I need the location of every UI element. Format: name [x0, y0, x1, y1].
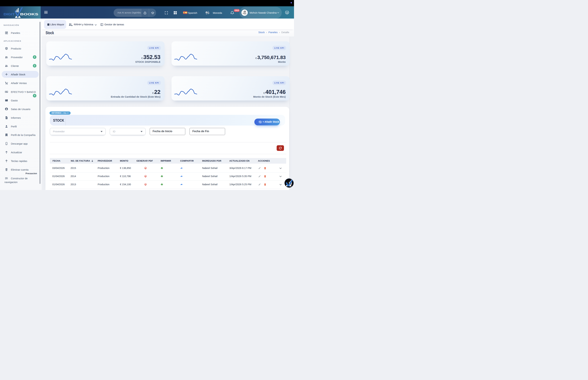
svg-text:$: $ [206, 12, 207, 13]
svg-text:Smart: Smart [243, 12, 246, 14]
svg-text:BOOKS: BOOKS [20, 13, 38, 16]
svg-text:$: $ [6, 99, 6, 100]
svg-text:DIGIT: DIGIT [3, 13, 15, 16]
svg-text:Fashion: Fashion [244, 14, 247, 15]
svg-text:€: € [208, 12, 209, 14]
